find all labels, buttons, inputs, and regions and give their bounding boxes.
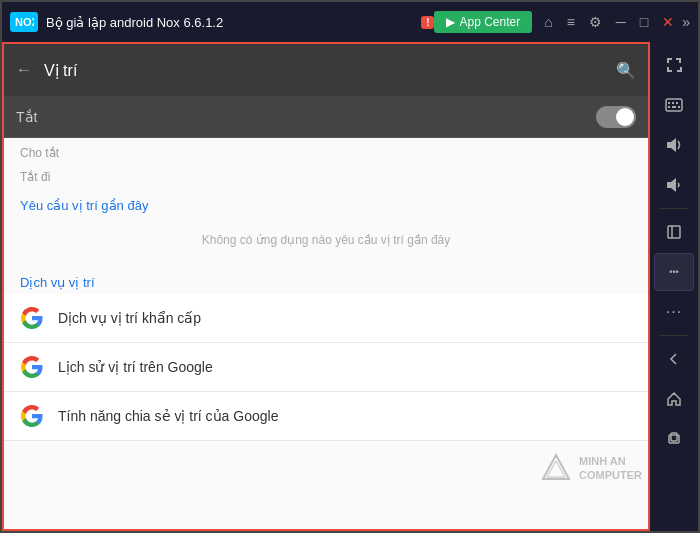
nox-icon: NOX (10, 12, 38, 32)
svg-rect-6 (676, 102, 678, 104)
app-title: Bộ giả lập android Nox 6.6.1.2 (46, 15, 417, 30)
right-sidebar: ••• ··· (650, 42, 698, 531)
svg-rect-8 (672, 106, 676, 108)
svg-rect-4 (668, 102, 670, 104)
app-center-button[interactable]: ▶ App Center (434, 11, 532, 33)
watermark-text: MINH AN COMPUTER (579, 454, 642, 483)
svg-marker-10 (667, 138, 676, 152)
google-icon-3 (20, 404, 44, 428)
recent-header: Yêu cầu vị trí gần đây (4, 186, 648, 217)
svg-rect-15 (671, 433, 677, 441)
svg-rect-7 (668, 106, 670, 108)
app-center-label: App Center (459, 15, 520, 29)
android-header: ← Vị trí 🔍 (4, 44, 648, 96)
menu-btn[interactable]: ≡ (567, 14, 575, 30)
svg-rect-12 (668, 226, 680, 238)
double-arrow-icon[interactable]: » (682, 14, 690, 30)
service-label-1: Dịch vụ vị trí khẩn cấp (58, 310, 201, 326)
content-area: Cho tắt Tắt đi Yêu cầu vị trí gần đây Kh… (4, 138, 648, 529)
google-icon-1 (20, 306, 44, 330)
close-btn[interactable]: ✕ (662, 14, 674, 30)
screen-rotate-button[interactable] (654, 213, 694, 251)
minimize-btn[interactable]: ─ (616, 14, 626, 30)
fullscreen-button[interactable] (654, 46, 694, 84)
more-options-button[interactable]: ··· (654, 293, 694, 331)
svg-marker-11 (667, 178, 676, 192)
watermark-line2: COMPUTER (579, 468, 642, 482)
more-icon: ··· (666, 303, 682, 321)
hint-row1: Cho tắt (4, 138, 648, 162)
maximize-btn[interactable]: □ (640, 14, 648, 30)
android-back-button[interactable] (654, 340, 694, 378)
volume-up-button[interactable] (654, 126, 694, 164)
apk-label: ••• (669, 267, 678, 277)
nox-logo: NOX (10, 12, 38, 32)
keyboard-button[interactable] (654, 86, 694, 124)
no-apps-text: Không có ứng dụng nào yêu cầu vị trí gần… (4, 217, 648, 263)
watermark-logo-icon (541, 453, 571, 483)
service-label-3: Tính năng chia sẻ vị trí của Google (58, 408, 278, 424)
svg-rect-3 (666, 99, 682, 111)
list-item[interactable]: Lịch sử vị trí trên Google (4, 343, 648, 392)
svg-rect-9 (678, 106, 680, 108)
play-icon: ▶ (446, 15, 455, 29)
back-arrow-icon[interactable]: ← (16, 61, 32, 79)
warning-badge: ! (421, 16, 434, 29)
android-home-button[interactable] (654, 380, 694, 418)
list-item[interactable]: Tính năng chia sẻ vị trí của Google (4, 392, 648, 441)
toggle-row: Tắt (4, 96, 648, 138)
svg-rect-5 (672, 102, 674, 104)
watermark: MINH AN COMPUTER (541, 453, 642, 483)
hint2-text: Tắt đi (20, 170, 50, 184)
app-window: NOX Bộ giả lập android Nox 6.6.1.2 ! ▶ A… (0, 0, 700, 533)
services-header: Dịch vụ vị trí (4, 263, 648, 294)
google-icon-2 (20, 355, 44, 379)
volume-down-button[interactable] (654, 166, 694, 204)
sidebar-divider-1 (659, 208, 689, 209)
toggle-label: Tắt (16, 109, 596, 125)
screen-title: Vị trí (44, 61, 604, 80)
svg-text:NOX: NOX (15, 16, 34, 28)
service-label-2: Lịch sử vị trí trên Google (58, 359, 213, 375)
apk-install-button[interactable]: ••• (654, 253, 694, 291)
window-controls: ⌂ ≡ ⚙ ─ □ ✕ (544, 14, 674, 30)
location-toggle[interactable] (596, 106, 636, 128)
main-area: ← Vị trí 🔍 Tắt Cho tắt Tắt đi Yêu cầu vị… (2, 42, 698, 531)
settings-btn[interactable]: ⚙ (589, 14, 602, 30)
android-screen: ← Vị trí 🔍 Tắt Cho tắt Tắt đi Yêu cầu vị… (2, 42, 650, 531)
sidebar-divider-2 (659, 335, 689, 336)
home-btn[interactable]: ⌂ (544, 14, 552, 30)
hint1-text: Cho tắt (20, 146, 59, 160)
android-recents-button[interactable] (654, 420, 694, 458)
list-item[interactable]: Dịch vụ vị trí khẩn cấp (4, 294, 648, 343)
hint-row2: Tắt đi (4, 162, 648, 186)
svg-marker-1 (543, 455, 569, 479)
search-icon[interactable]: 🔍 (616, 61, 636, 80)
watermark-line1: MINH AN (579, 454, 642, 468)
svg-marker-2 (547, 461, 565, 477)
title-bar: NOX Bộ giả lập android Nox 6.6.1.2 ! ▶ A… (2, 2, 698, 42)
